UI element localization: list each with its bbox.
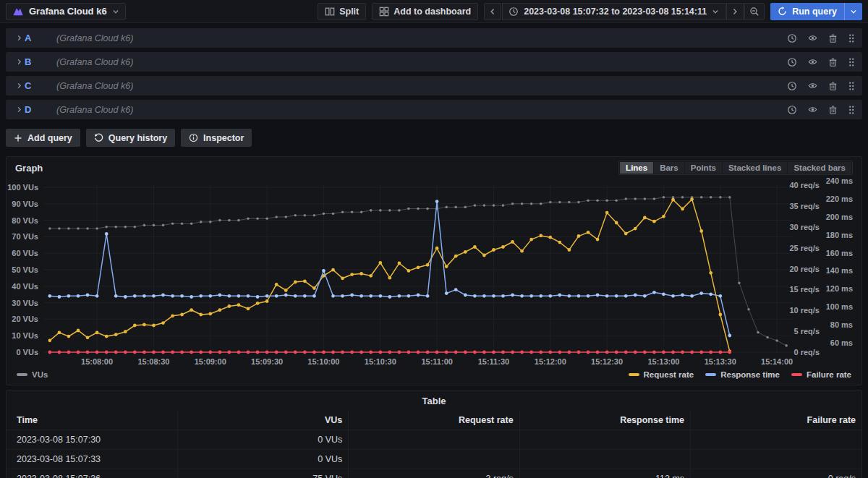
time-range-picker-button[interactable]: 2023-03-08 15:07:32 to 2023-03-08 15:14:… [502, 3, 726, 20]
info-circle-icon [189, 133, 198, 142]
expand-chevron-icon[interactable] [13, 58, 25, 66]
trash-icon[interactable] [828, 81, 838, 91]
col-header-response-time[interactable]: Response time [519, 411, 690, 430]
chart-legend: VUs Request rate Response time Failure r… [7, 368, 861, 385]
history-icon[interactable] [787, 105, 797, 115]
inspector-label: Inspector [203, 133, 244, 143]
legend-label: Request rate [644, 370, 694, 379]
trash-icon[interactable] [828, 33, 838, 43]
axis-tick-label: 80 VUs [12, 216, 38, 225]
y-axis-left-vus: 0 VUs10 VUs20 VUs30 VUs40 VUs50 VUs60 VU… [9, 179, 44, 357]
drag-handle-icon[interactable] [848, 33, 855, 43]
history-icon[interactable] [787, 57, 797, 67]
axis-tick-label: 25 req/s [789, 244, 820, 252]
table-row: 2023-03-08 15:07:36 75 VUs 3 req/s 112 m… [7, 469, 861, 478]
drag-handle-icon[interactable] [848, 57, 855, 67]
expand-chevron-icon[interactable] [13, 82, 25, 90]
col-header-failure-rate[interactable]: Failure rate [691, 411, 861, 430]
axis-tick-label: 30 req/s [789, 223, 820, 231]
axis-tick-label: 200 ms [826, 213, 853, 221]
x-axis-tick-label: 15:11:00 [421, 357, 452, 366]
axis-tick-label: 20 req/s [789, 265, 820, 273]
clock-icon [509, 7, 519, 17]
eye-icon[interactable] [807, 57, 818, 67]
cell-response-time [519, 450, 690, 469]
chart-plot-area[interactable]: 15:08:0015:08:3015:09:0015:09:3015:10:00… [44, 179, 792, 368]
timeseries-chart[interactable] [44, 179, 792, 357]
legend-item-response-time[interactable]: Response time [705, 370, 780, 379]
axis-tick-label: 80 ms [830, 320, 853, 329]
time-shift-back-button[interactable] [484, 3, 501, 20]
col-header-request-rate[interactable]: Request rate [349, 411, 519, 430]
add-to-dashboard-button[interactable]: Add to dashboard [372, 3, 478, 20]
eye-icon[interactable] [807, 33, 818, 43]
query-letter: D [25, 104, 56, 115]
query-row-c[interactable]: C (Grafana Cloud k6) [6, 76, 862, 95]
query-rows-section: A (Grafana Cloud k6) B (Grafana Cloud k6… [0, 23, 868, 119]
query-history-label: Query history [109, 133, 167, 143]
query-datasource: (Grafana Cloud k6) [56, 81, 133, 91]
app-picker-button[interactable]: Grafana Cloud k6 [6, 3, 126, 20]
cell-failure-rate: 0 req/s [691, 469, 861, 478]
y-axis-right-ms: 60 ms80 ms100 ms120 ms140 ms160 ms180 ms… [825, 179, 859, 357]
legend-item-request-rate[interactable]: Request rate [629, 370, 694, 379]
results-table: Time VUs Request rate Response time Fail… [7, 411, 861, 478]
plus-icon [14, 134, 22, 142]
history-icon[interactable] [787, 81, 797, 91]
query-history-button[interactable]: Query history [86, 129, 175, 147]
time-picker-group: 2023-03-08 15:07:32 to 2023-03-08 15:14:… [484, 3, 765, 20]
tab-points[interactable]: Points [685, 162, 722, 174]
eye-icon[interactable] [807, 81, 818, 90]
x-axis-tick-label: 15:13:00 [647, 357, 679, 366]
legend-label: Failure rate [807, 370, 851, 379]
legend-item-vus[interactable]: VUs [17, 370, 48, 379]
run-query-dropdown[interactable] [844, 3, 862, 20]
expand-chevron-icon[interactable] [13, 34, 25, 42]
tab-lines[interactable]: Lines [620, 162, 653, 174]
table-panel: Table Time VUs Request rate Response tim… [6, 390, 862, 478]
run-query-button[interactable]: Run query [770, 3, 862, 20]
query-row-d[interactable]: D (Grafana Cloud k6) [6, 100, 862, 119]
legend-item-failure-rate[interactable]: Failure rate [791, 370, 851, 379]
axis-tick-label: 30 VUs [12, 299, 38, 307]
x-axis-tick-label: 15:10:30 [365, 357, 396, 366]
axis-tick-label: 40 VUs [12, 282, 38, 291]
tab-stacked-lines[interactable]: Stacked lines [723, 162, 788, 174]
eye-icon[interactable] [807, 105, 818, 114]
cell-time: 2023-03-08 15:07:30 [7, 430, 177, 450]
failure-rate-swatch [791, 373, 802, 376]
split-button[interactable]: Split [318, 3, 366, 20]
add-query-label: Add query [27, 133, 72, 143]
chevron-down-icon [712, 8, 719, 15]
axis-tick-label: 70 VUs [12, 232, 38, 241]
time-shift-forward-button[interactable] [726, 3, 744, 20]
axis-tick-label: 180 ms [826, 231, 853, 239]
drag-handle-icon[interactable] [848, 105, 855, 115]
drag-handle-icon[interactable] [848, 81, 855, 91]
axis-tick-label: 100 VUs [7, 183, 38, 192]
expand-chevron-icon[interactable] [13, 106, 25, 114]
axis-tick-label: 100 ms [826, 302, 853, 311]
tab-bars[interactable]: Bars [654, 162, 684, 174]
col-header-time[interactable]: Time [7, 411, 177, 430]
axis-tick-label: 35 req/s [789, 202, 820, 210]
axis-tick-label: 10 VUs [12, 331, 38, 340]
chevron-left-icon [489, 7, 496, 16]
trash-icon[interactable] [828, 57, 838, 67]
axis-tick-label: 120 ms [826, 284, 853, 293]
run-query-label: Run query [792, 7, 837, 17]
add-query-button[interactable]: Add query [6, 129, 80, 147]
x-axis-tick-label: 15:11:30 [478, 357, 509, 366]
query-datasource: (Grafana Cloud k6) [56, 57, 133, 67]
app-title: Grafana Cloud k6 [29, 6, 107, 17]
inspector-button[interactable]: Inspector [181, 129, 252, 147]
query-row-b[interactable]: B (Grafana Cloud k6) [6, 52, 862, 72]
query-row-a[interactable]: A (Grafana Cloud k6) [6, 28, 862, 48]
trash-icon[interactable] [828, 105, 838, 115]
zoom-out-button[interactable] [744, 3, 765, 20]
tab-stacked-bars[interactable]: Stacked bars [788, 162, 851, 174]
axis-tick-label: 140 ms [826, 266, 853, 275]
x-axis-tick-label: 15:08:00 [81, 357, 113, 366]
history-icon[interactable] [787, 33, 797, 43]
col-header-vus[interactable]: VUs [177, 411, 348, 430]
